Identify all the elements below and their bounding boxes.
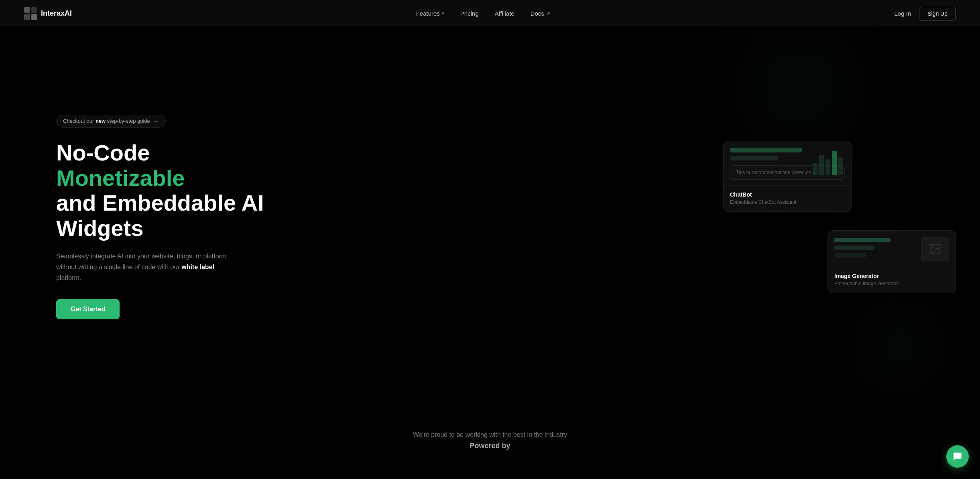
hero-badge[interactable]: Checkout our new step-by-step guide →: [56, 115, 166, 128]
hero-title: No-Code Monetizable and Embeddable AI Wi…: [56, 140, 265, 241]
svg-point-1: [932, 246, 934, 248]
imggen-bars: [834, 238, 916, 261]
logo-square-3: [24, 14, 30, 20]
chatbot-info: ChatBot Embeddable ChatBot Assistant: [724, 185, 851, 211]
partners-powered: Powered by: [24, 442, 956, 450]
logo-square-4: [31, 14, 37, 20]
badge-arrow-icon: →: [153, 118, 159, 124]
bar-deco-2: [819, 155, 824, 175]
chatbot-title: ChatBot: [730, 191, 845, 198]
imggen-preview: [828, 231, 956, 261]
navbar: InteraxAI Features ▾ Pricing Affiliate D…: [0, 0, 980, 27]
nav-features[interactable]: Features ▾: [416, 10, 444, 17]
nav-center: Features ▾ Pricing Affiliate Docs ↗: [416, 10, 550, 17]
logo-icon: [24, 7, 37, 20]
nav-affiliate[interactable]: Affiliate: [495, 10, 514, 17]
imggen-title: Image Generator: [834, 273, 949, 279]
imggen-bar-1: [834, 238, 891, 242]
image-placeholder-icon: [929, 243, 941, 256]
chat-bubble-icon: [952, 451, 963, 462]
login-link[interactable]: Log In: [894, 10, 911, 17]
get-started-button[interactable]: Get Started: [56, 299, 120, 319]
chat-support-bubble[interactable]: [946, 445, 969, 468]
imggen-bar-2: [834, 246, 874, 250]
bar-deco-5: [838, 157, 843, 175]
nav-pricing[interactable]: Pricing: [460, 10, 479, 17]
logo-square-2: [31, 7, 37, 13]
imggen-info: Image Generator Embeddable Image Generat…: [828, 267, 956, 293]
hero-left: Checkout our new step-by-step guide → No…: [56, 115, 265, 319]
bar-deco-1: [813, 163, 817, 175]
hero-section: Checkout our new step-by-step guide → No…: [0, 27, 980, 407]
hero-title-rest: and Embeddable AI Widgets: [56, 190, 264, 241]
imggen-subtitle: Embeddable Image Generator: [834, 281, 949, 286]
logo-link[interactable]: InteraxAI: [24, 7, 72, 20]
chevron-down-icon: ▾: [442, 11, 444, 16]
external-link-icon: ↗: [546, 11, 550, 16]
brand-name: InteraxAI: [41, 9, 72, 18]
chatbot-widget-card: Tips or recommendations based on y ChatB…: [723, 141, 852, 212]
chatbot-bar-2: [730, 156, 778, 160]
bar-deco-3: [825, 159, 830, 175]
chatbot-subtitle: Embeddable ChatBot Assistant: [730, 199, 845, 205]
bar-chart-decoration: [808, 146, 848, 180]
badge-text: Checkout our new step-by-step guide: [63, 118, 150, 124]
signup-button[interactable]: Sign Up: [919, 7, 956, 20]
nav-docs[interactable]: Docs ↗: [531, 10, 550, 17]
chatbot-bar-1: [730, 148, 802, 152]
imggen-thumbnail: [921, 237, 949, 261]
imggen-widget-card: Image Generator Embeddable Image Generat…: [828, 230, 956, 293]
hero-description: Seamlessly integrate AI into your websit…: [56, 251, 241, 284]
nav-right: Log In Sign Up: [894, 7, 956, 20]
bar-deco-4: [832, 151, 837, 175]
logo-square-1: [24, 7, 30, 13]
partners-tagline: We're proud to be working with the best …: [24, 431, 956, 438]
imggen-bar-3: [834, 253, 866, 258]
hero-right: Tips or recommendations based on y ChatB…: [715, 141, 956, 293]
partners-section: We're proud to be working with the best …: [0, 407, 980, 479]
